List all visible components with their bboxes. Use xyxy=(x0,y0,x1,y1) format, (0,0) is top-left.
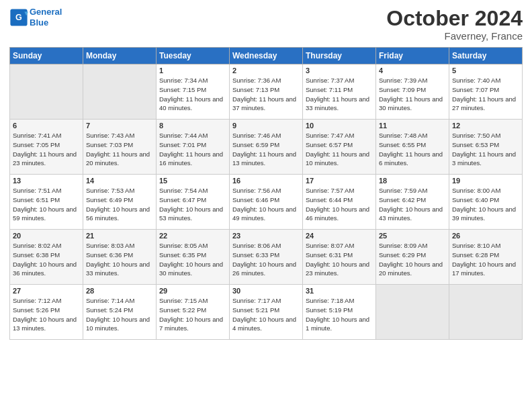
day-info: Sunrise: 8:07 AM Sunset: 6:31 PM Dayligh… xyxy=(306,241,373,278)
day-info: Sunrise: 7:54 AM Sunset: 6:47 PM Dayligh… xyxy=(159,186,226,223)
calendar-cell: 10Sunrise: 7:47 AM Sunset: 6:57 PM Dayli… xyxy=(303,120,376,175)
day-number: 2 xyxy=(232,66,300,75)
day-number: 3 xyxy=(306,66,373,75)
calendar-cell: 7Sunrise: 7:43 AM Sunset: 7:03 PM Daylig… xyxy=(83,120,157,175)
day-number: 16 xyxy=(232,177,300,185)
day-info: Sunrise: 7:59 AM Sunset: 6:42 PM Dayligh… xyxy=(379,186,446,223)
calendar-cell: 20Sunrise: 8:02 AM Sunset: 6:38 PM Dayli… xyxy=(10,230,83,285)
day-info: Sunrise: 7:41 AM Sunset: 7:05 PM Dayligh… xyxy=(13,131,80,168)
day-number: 23 xyxy=(232,232,300,240)
day-number: 11 xyxy=(379,122,446,130)
col-header-tuesday: Tuesday xyxy=(157,48,230,64)
calendar-cell: 1Sunrise: 7:34 AM Sunset: 7:15 PM Daylig… xyxy=(157,64,230,120)
calendar-table: SundayMondayTuesdayWednesdayThursdayFrid… xyxy=(9,47,523,340)
title-block: October 2024 Faverney, France xyxy=(386,7,523,42)
day-number: 24 xyxy=(306,232,373,240)
calendar-cell: 13Sunrise: 7:51 AM Sunset: 6:51 PM Dayli… xyxy=(10,175,83,230)
day-number: 13 xyxy=(13,177,80,185)
calendar-cell: 28Sunrise: 7:14 AM Sunset: 5:24 PM Dayli… xyxy=(83,285,157,340)
calendar-cell: 22Sunrise: 8:05 AM Sunset: 6:35 PM Dayli… xyxy=(157,230,230,285)
calendar-cell: 31Sunrise: 7:18 AM Sunset: 5:19 PM Dayli… xyxy=(303,285,376,340)
day-number: 10 xyxy=(306,122,373,130)
day-info: Sunrise: 8:03 AM Sunset: 6:36 PM Dayligh… xyxy=(86,241,153,278)
day-number: 28 xyxy=(86,287,153,295)
col-header-thursday: Thursday xyxy=(303,48,376,64)
day-info: Sunrise: 7:14 AM Sunset: 5:24 PM Dayligh… xyxy=(86,296,153,333)
logo-text: General Blue xyxy=(30,7,62,28)
calendar-cell: 4Sunrise: 7:39 AM Sunset: 7:09 PM Daylig… xyxy=(376,64,449,120)
day-number: 29 xyxy=(159,287,226,295)
day-info: Sunrise: 7:39 AM Sunset: 7:09 PM Dayligh… xyxy=(379,76,446,113)
day-info: Sunrise: 7:44 AM Sunset: 7:01 PM Dayligh… xyxy=(159,131,226,168)
calendar-cell: 14Sunrise: 7:53 AM Sunset: 6:49 PM Dayli… xyxy=(83,175,157,230)
day-number: 27 xyxy=(13,287,80,295)
calendar-cell xyxy=(376,285,449,340)
day-info: Sunrise: 7:50 AM Sunset: 6:53 PM Dayligh… xyxy=(452,131,519,168)
day-info: Sunrise: 7:34 AM Sunset: 7:15 PM Dayligh… xyxy=(159,76,226,113)
header: G General Blue October 2024 Faverney, Fr… xyxy=(9,7,523,42)
day-number: 15 xyxy=(159,177,226,185)
day-number: 17 xyxy=(306,177,373,185)
calendar-cell: 18Sunrise: 7:59 AM Sunset: 6:42 PM Dayli… xyxy=(376,175,449,230)
calendar-cell: 3Sunrise: 7:37 AM Sunset: 7:11 PM Daylig… xyxy=(303,64,376,120)
day-number: 25 xyxy=(379,232,446,240)
calendar-cell: 19Sunrise: 8:00 AM Sunset: 6:40 PM Dayli… xyxy=(449,175,523,230)
day-number: 14 xyxy=(86,177,153,185)
day-info: Sunrise: 7:12 AM Sunset: 5:26 PM Dayligh… xyxy=(13,296,80,333)
calendar-cell: 29Sunrise: 7:15 AM Sunset: 5:22 PM Dayli… xyxy=(157,285,230,340)
day-number: 20 xyxy=(13,232,80,240)
day-info: Sunrise: 8:06 AM Sunset: 6:33 PM Dayligh… xyxy=(232,241,300,278)
calendar-cell: 5Sunrise: 7:40 AM Sunset: 7:07 PM Daylig… xyxy=(449,64,523,120)
day-number: 26 xyxy=(452,232,519,240)
calendar-cell: 16Sunrise: 7:56 AM Sunset: 6:46 PM Dayli… xyxy=(230,175,303,230)
day-number: 8 xyxy=(159,122,226,130)
col-header-wednesday: Wednesday xyxy=(230,48,303,64)
calendar-cell: 12Sunrise: 7:50 AM Sunset: 6:53 PM Dayli… xyxy=(449,120,523,175)
calendar-cell: 23Sunrise: 8:06 AM Sunset: 6:33 PM Dayli… xyxy=(230,230,303,285)
day-number: 9 xyxy=(232,122,300,130)
logo-icon: G xyxy=(9,8,28,27)
day-number: 7 xyxy=(86,122,153,130)
col-header-saturday: Saturday xyxy=(449,48,523,64)
location: Faverney, France xyxy=(386,30,523,42)
day-info: Sunrise: 7:43 AM Sunset: 7:03 PM Dayligh… xyxy=(86,131,153,168)
week-row-5: 27Sunrise: 7:12 AM Sunset: 5:26 PM Dayli… xyxy=(10,285,523,340)
day-number: 5 xyxy=(452,66,519,75)
day-number: 22 xyxy=(159,232,226,240)
day-info: Sunrise: 7:57 AM Sunset: 6:44 PM Dayligh… xyxy=(306,186,373,223)
page-container: G General Blue October 2024 Faverney, Fr… xyxy=(0,0,532,347)
day-number: 31 xyxy=(306,287,373,295)
day-info: Sunrise: 8:05 AM Sunset: 6:35 PM Dayligh… xyxy=(159,241,226,278)
week-row-3: 13Sunrise: 7:51 AM Sunset: 6:51 PM Dayli… xyxy=(10,175,523,230)
day-info: Sunrise: 8:02 AM Sunset: 6:38 PM Dayligh… xyxy=(13,241,80,278)
calendar-cell xyxy=(83,64,157,120)
calendar-cell: 6Sunrise: 7:41 AM Sunset: 7:05 PM Daylig… xyxy=(10,120,83,175)
day-info: Sunrise: 7:51 AM Sunset: 6:51 PM Dayligh… xyxy=(13,186,80,223)
calendar-cell: 15Sunrise: 7:54 AM Sunset: 6:47 PM Dayli… xyxy=(157,175,230,230)
calendar-cell xyxy=(449,285,523,340)
day-info: Sunrise: 8:00 AM Sunset: 6:40 PM Dayligh… xyxy=(452,186,519,223)
day-number: 21 xyxy=(86,232,153,240)
day-info: Sunrise: 7:15 AM Sunset: 5:22 PM Dayligh… xyxy=(159,296,226,333)
day-info: Sunrise: 8:09 AM Sunset: 6:29 PM Dayligh… xyxy=(379,241,446,278)
day-info: Sunrise: 7:18 AM Sunset: 5:19 PM Dayligh… xyxy=(306,296,373,333)
month-title: October 2024 xyxy=(386,7,523,30)
calendar-cell: 2Sunrise: 7:36 AM Sunset: 7:13 PM Daylig… xyxy=(230,64,303,120)
day-info: Sunrise: 7:17 AM Sunset: 5:21 PM Dayligh… xyxy=(232,296,300,333)
day-info: Sunrise: 7:40 AM Sunset: 7:07 PM Dayligh… xyxy=(452,76,519,113)
day-number: 18 xyxy=(379,177,446,185)
day-info: Sunrise: 7:36 AM Sunset: 7:13 PM Dayligh… xyxy=(232,76,300,113)
calendar-cell: 25Sunrise: 8:09 AM Sunset: 6:29 PM Dayli… xyxy=(376,230,449,285)
calendar-cell: 9Sunrise: 7:46 AM Sunset: 6:59 PM Daylig… xyxy=(230,120,303,175)
day-number: 4 xyxy=(379,66,446,75)
col-header-sunday: Sunday xyxy=(10,48,83,64)
day-info: Sunrise: 7:48 AM Sunset: 6:55 PM Dayligh… xyxy=(379,131,446,168)
calendar-cell: 17Sunrise: 7:57 AM Sunset: 6:44 PM Dayli… xyxy=(303,175,376,230)
day-info: Sunrise: 7:56 AM Sunset: 6:46 PM Dayligh… xyxy=(232,186,300,223)
day-info: Sunrise: 7:53 AM Sunset: 6:49 PM Dayligh… xyxy=(86,186,153,223)
week-row-4: 20Sunrise: 8:02 AM Sunset: 6:38 PM Dayli… xyxy=(10,230,523,285)
day-number: 1 xyxy=(159,66,226,75)
logo: G General Blue xyxy=(9,7,62,28)
day-info: Sunrise: 7:47 AM Sunset: 6:57 PM Dayligh… xyxy=(306,131,373,168)
calendar-cell: 21Sunrise: 8:03 AM Sunset: 6:36 PM Dayli… xyxy=(83,230,157,285)
